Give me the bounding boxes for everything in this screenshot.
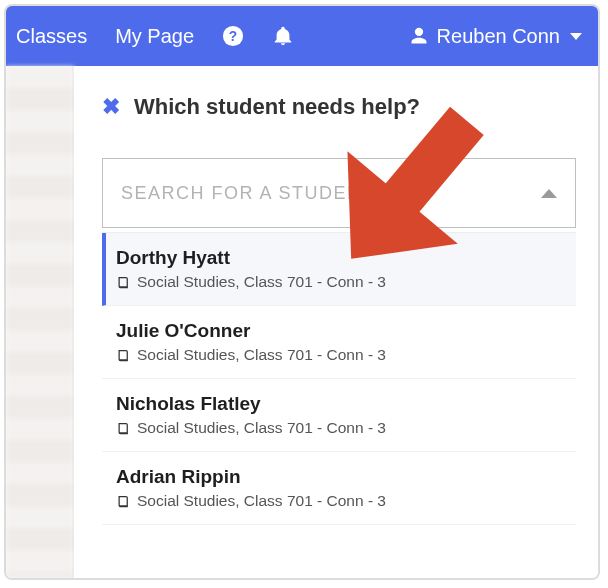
modal-header: ✖ Which student needs help? — [102, 94, 576, 120]
class-label: Social Studies, Class 701 - Conn - 3 — [137, 492, 386, 510]
student-class: Social Studies, Class 701 - Conn - 3 — [116, 419, 566, 437]
nav-classes[interactable]: Classes — [16, 25, 87, 48]
book-icon — [116, 275, 131, 290]
app-frame: Classes My Page ? Reuben Conn ✖ Which st… — [4, 4, 600, 580]
chevron-down-icon — [570, 33, 582, 40]
user-icon — [409, 26, 429, 46]
chevron-up-icon[interactable] — [541, 189, 557, 198]
nav-mypage[interactable]: My Page — [115, 25, 194, 48]
search-input[interactable] — [121, 183, 541, 204]
bell-icon[interactable] — [272, 24, 294, 48]
search-field-wrap[interactable] — [102, 158, 576, 228]
list-item[interactable]: Dorthy Hyatt Social Studies, Class 701 -… — [102, 233, 576, 306]
user-name: Reuben Conn — [437, 25, 560, 48]
help-icon[interactable]: ? — [222, 25, 244, 47]
student-name: Adrian Rippin — [116, 466, 566, 488]
student-name: Nicholas Flatley — [116, 393, 566, 415]
book-icon — [116, 421, 131, 436]
book-icon — [116, 348, 131, 363]
student-name: Julie O'Conner — [116, 320, 566, 342]
list-item[interactable]: Adrian Rippin Social Studies, Class 701 … — [102, 452, 576, 525]
modal-title: Which student needs help? — [134, 94, 420, 120]
results-list: Dorthy Hyatt Social Studies, Class 701 -… — [102, 232, 576, 525]
close-icon[interactable]: ✖ — [102, 94, 120, 120]
background-blur — [6, 66, 74, 578]
list-item[interactable]: Julie O'Conner Social Studies, Class 701… — [102, 306, 576, 379]
student-picker-modal: ✖ Which student needs help? Dorthy Hyatt… — [74, 66, 598, 578]
class-label: Social Studies, Class 701 - Conn - 3 — [137, 273, 386, 291]
list-item[interactable]: Nicholas Flatley Social Studies, Class 7… — [102, 379, 576, 452]
class-label: Social Studies, Class 701 - Conn - 3 — [137, 419, 386, 437]
svg-text:?: ? — [229, 29, 237, 44]
class-label: Social Studies, Class 701 - Conn - 3 — [137, 346, 386, 364]
student-class: Social Studies, Class 701 - Conn - 3 — [116, 346, 566, 364]
student-class: Social Studies, Class 701 - Conn - 3 — [116, 492, 566, 510]
content-area: ✖ Which student needs help? Dorthy Hyatt… — [6, 66, 598, 578]
top-navbar: Classes My Page ? Reuben Conn — [6, 6, 598, 66]
user-menu[interactable]: Reuben Conn — [409, 25, 582, 48]
student-name: Dorthy Hyatt — [116, 247, 566, 269]
student-class: Social Studies, Class 701 - Conn - 3 — [116, 273, 566, 291]
book-icon — [116, 494, 131, 509]
